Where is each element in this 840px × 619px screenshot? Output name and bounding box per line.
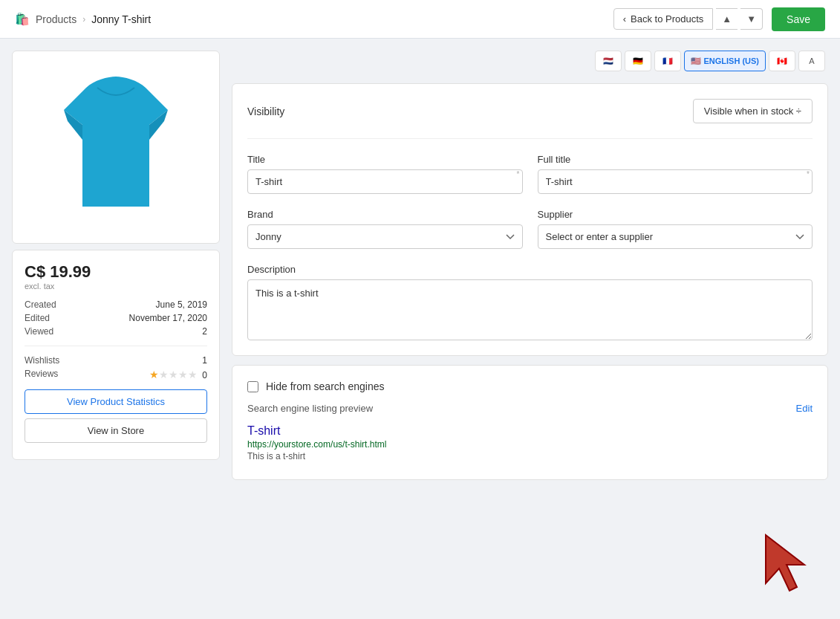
seo-preview-header: Search engine listing preview Edit	[247, 403, 813, 414]
seo-page-title[interactable]: T-shirt	[247, 424, 280, 437]
description-group: Description This is a t-shirt	[247, 264, 813, 340]
navigate-up-button[interactable]: ▲	[716, 8, 738, 30]
supplier-label: Supplier	[538, 209, 813, 220]
breadcrumb-current: Jonny T-shirt	[91, 13, 151, 25]
title-label: Title	[247, 154, 523, 165]
a-label: A	[809, 56, 814, 65]
brand-select[interactable]: Jonny	[247, 224, 523, 249]
full-title-input[interactable]	[538, 169, 813, 194]
visibility-row: Visibility Visible when in stock ÷	[247, 99, 813, 123]
seo-description: This is a t-shirt	[247, 451, 813, 461]
supplier-select[interactable]: Select or enter a supplier	[538, 224, 813, 249]
hide-from-search-engines-checkbox[interactable]	[247, 381, 258, 392]
main-layout: C$ 19.99 excl. tax Created June 5, 2019 …	[0, 39, 840, 492]
top-bar: 🛍️ Products › Jonny T-shirt ‹ Back to Pr…	[0, 0, 840, 39]
product-fields-card: Visibility Visible when in stock ÷ Title…	[232, 83, 828, 356]
fr-flag-icon: 🇫🇷	[662, 56, 673, 66]
ca-flag-icon: 🇨🇦	[777, 56, 787, 66]
lang-tab-en[interactable]: 🇺🇸 ENGLISH (US)	[684, 51, 766, 71]
seo-card: Hide from search engines Search engine l…	[232, 365, 828, 480]
visibility-label: Visibility	[247, 106, 284, 117]
back-arrow-icon: ‹	[623, 13, 626, 25]
title-input-wrapper: *	[247, 169, 523, 194]
stars-empty: ★★★★	[159, 369, 198, 380]
breadcrumb-chevron: ›	[82, 14, 85, 25]
title-group: Title *	[247, 154, 523, 194]
seo-url: https://yourstore.com/us/t-shirt.html	[247, 439, 813, 450]
breadcrumb-products-link[interactable]: Products	[36, 13, 76, 25]
view-product-statistics-button[interactable]: View Product Statistics	[25, 389, 207, 414]
product-image	[42, 65, 190, 229]
title-input[interactable]	[247, 169, 523, 194]
lang-tab-a[interactable]: A	[798, 51, 825, 71]
product-image-card	[12, 51, 220, 244]
save-button[interactable]: Save	[772, 7, 825, 31]
full-title-corner-mark: *	[807, 171, 810, 178]
reviews-value: ★★★★★ 0	[149, 369, 207, 380]
full-title-input-wrapper: *	[538, 169, 813, 194]
brand-label: Brand	[247, 209, 523, 220]
lang-tab-ca[interactable]: 🇨🇦	[769, 51, 795, 71]
back-to-products-button[interactable]: ‹ Back to Products	[613, 8, 714, 30]
left-panel: C$ 19.99 excl. tax Created June 5, 2019 …	[12, 51, 220, 460]
en-flag-icon: 🇺🇸	[691, 56, 701, 66]
top-bar-actions: ‹ Back to Products ▲ ▼ Save	[613, 7, 825, 31]
full-title-group: Full title *	[538, 154, 813, 194]
excl-tax-label: excl. tax	[25, 282, 207, 291]
visibility-button[interactable]: Visible when in stock ÷	[693, 99, 813, 123]
full-title-label: Full title	[538, 154, 813, 165]
wishlists-label: Wishlists	[25, 355, 143, 366]
seo-header: Hide from search engines	[247, 380, 813, 392]
brand-row: Brand Jonny Supplier Select or enter a s…	[247, 209, 813, 249]
product-info-card: C$ 19.99 excl. tax Created June 5, 2019 …	[12, 250, 220, 460]
title-corner-mark: *	[517, 171, 520, 178]
product-meta: Created June 5, 2019 Edited November 17,…	[25, 299, 207, 346]
seo-preview-label: Search engine listing preview	[247, 403, 373, 414]
viewed-value: 2	[129, 326, 207, 337]
viewed-label: Viewed	[25, 326, 123, 337]
breadcrumb: 🛍️ Products › Jonny T-shirt	[15, 12, 151, 26]
product-price: C$ 19.99	[25, 262, 207, 282]
description-label: Description	[247, 264, 813, 275]
lang-tab-de[interactable]: 🇩🇪	[625, 51, 651, 71]
lang-tab-nl[interactable]: 🇳🇱	[595, 51, 622, 71]
created-value: June 5, 2019	[129, 299, 207, 310]
reviews-label: Reviews	[25, 369, 143, 380]
view-in-store-button[interactable]: View in Store	[25, 418, 207, 443]
nl-flag-icon: 🇳🇱	[603, 56, 613, 66]
store-icon: 🛍️	[15, 12, 30, 26]
en-lang-label: ENGLISH (US)	[703, 56, 759, 65]
seo-preview-content: T-shirt https://yourstore.com/us/t-shirt…	[247, 421, 813, 464]
back-label: Back to Products	[631, 13, 703, 25]
language-tabs: 🇳🇱 🇩🇪 🇫🇷 🇺🇸 ENGLISH (US) 🇨🇦 A	[232, 51, 828, 74]
brand-group: Brand Jonny	[247, 209, 523, 249]
hide-from-search-label: Hide from search engines	[266, 380, 385, 392]
supplier-group: Supplier Select or enter a supplier	[538, 209, 813, 249]
created-label: Created	[25, 299, 123, 310]
title-row: Title * Full title *	[247, 154, 813, 194]
wishlists-value: 1	[149, 355, 207, 366]
stars-filled: ★	[149, 369, 159, 380]
seo-edit-link[interactable]: Edit	[796, 403, 813, 414]
edited-label: Edited	[25, 313, 123, 323]
de-flag-icon: 🇩🇪	[633, 56, 643, 66]
edited-value: November 17, 2020	[129, 313, 207, 323]
description-textarea[interactable]: This is a t-shirt	[247, 279, 813, 340]
navigate-down-button[interactable]: ▼	[740, 8, 763, 30]
product-stats: Wishlists 1 Reviews ★★★★★ 0	[25, 355, 207, 380]
right-panel: 🇳🇱 🇩🇪 🇫🇷 🇺🇸 ENGLISH (US) 🇨🇦 A Visibility…	[232, 51, 828, 480]
lang-tab-fr[interactable]: 🇫🇷	[654, 51, 681, 71]
